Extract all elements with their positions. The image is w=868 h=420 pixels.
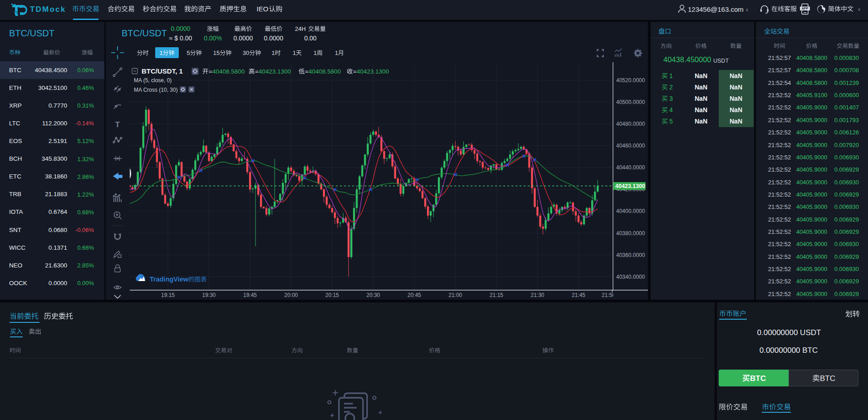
svg-text:40460.0000: 40460.0000 <box>616 143 645 149</box>
svg-text:20:30: 20:30 <box>366 292 380 298</box>
svg-text:19:45: 19:45 <box>243 292 257 298</box>
svg-text:21:15: 21:15 <box>490 292 503 298</box>
svg-text:19:15: 19:15 <box>161 292 175 298</box>
svg-text:40340.0000: 40340.0000 <box>616 274 645 280</box>
svg-text:40440.0000: 40440.0000 <box>616 164 645 171</box>
svg-text:20:00: 20:00 <box>284 292 298 298</box>
svg-text:40423.1300: 40423.1300 <box>615 183 645 189</box>
svg-text:40520.0000: 40520.0000 <box>616 77 645 84</box>
svg-text:40500.0000: 40500.0000 <box>616 99 645 105</box>
svg-text:21:45: 21:45 <box>572 292 585 298</box>
svg-text:TradingView: TradingView <box>150 276 189 283</box>
svg-text:20:15: 20:15 <box>325 292 339 298</box>
svg-text:40400.0000: 40400.0000 <box>616 208 645 214</box>
svg-text:40380.0000: 40380.0000 <box>616 230 645 237</box>
svg-text:20:45: 20:45 <box>407 292 421 298</box>
svg-text:40480.0000: 40480.0000 <box>616 121 645 127</box>
svg-text:19:30: 19:30 <box>202 292 216 298</box>
svg-text:40360.0000: 40360.0000 <box>616 252 645 258</box>
svg-text:21:30: 21:30 <box>530 292 544 298</box>
svg-text:21:00: 21:00 <box>448 292 462 298</box>
